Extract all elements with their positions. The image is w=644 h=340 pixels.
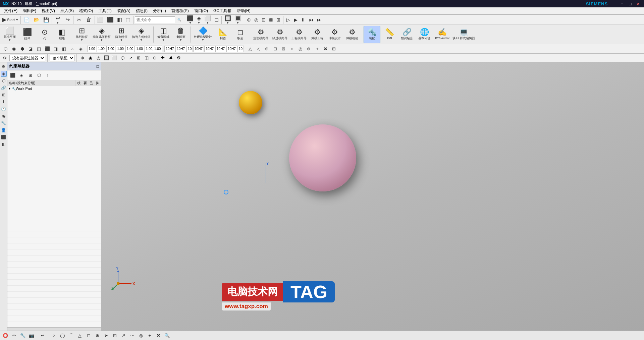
r4-btn-3[interactable]: ◎: [95, 55, 102, 61]
tb-btn-d[interactable]: ◫: [124, 16, 132, 23]
r3-btn-4[interactable]: ◪: [26, 45, 35, 53]
r3-btn-14[interactable]: ⊡: [271, 45, 279, 53]
menu-item-info[interactable]: 信息(I): [133, 7, 150, 14]
waiguan-btn[interactable]: 🔷 外观造型设计 ▼: [192, 26, 214, 43]
menu-item-view[interactable]: 视图(V): [39, 7, 58, 14]
menu-item-file[interactable]: 文件(E): [1, 7, 20, 14]
nav-maximize-icon[interactable]: □: [97, 64, 99, 69]
r3-btn-19[interactable]: +: [313, 45, 321, 53]
tol-field-6[interactable]: 10H7: [215, 46, 226, 52]
side-icon-11[interactable]: ⬛: [1, 134, 7, 140]
val-field-4[interactable]: 1.00: [116, 46, 125, 52]
r4-btn-5[interactable]: ⬜: [111, 55, 118, 61]
r3-btn-18[interactable]: ⊛: [305, 45, 313, 53]
zhitu-btn[interactable]: 📐 制图: [214, 26, 231, 43]
app-minimize-btn[interactable]: －: [619, 1, 626, 7]
chongmo2-btn[interactable]: ⚙ 冲模设计: [326, 26, 343, 43]
zhirong-btn[interactable]: 🔗 知识融合: [398, 26, 415, 43]
r3-btn-11[interactable]: △: [246, 45, 254, 53]
view-btn1[interactable]: ⬛▼: [185, 14, 195, 25]
gongcheng-btn[interactable]: ⚙ 工程模向导: [290, 26, 308, 43]
tol-field-3[interactable]: 10: [186, 46, 193, 52]
r3-btn-3[interactable]: ⬢: [18, 45, 26, 53]
menu-item-assembly[interactable]: 装配(A): [114, 7, 133, 14]
bb-btn-3[interactable]: 🔧: [19, 332, 27, 340]
filter-select[interactable]: 没有选择过滤器 选择对象 选择面 选择边: [9, 55, 45, 61]
val-field-7[interactable]: 1.00, 1.00: [145, 46, 162, 52]
r4-btn-11[interactable]: ✚: [159, 55, 166, 61]
jiben-btn[interactable]: 🌐 基本环境: [416, 26, 433, 43]
ui-editor-btn[interactable]: 💻 块 UI 样式编辑器: [452, 26, 475, 43]
bb-btn-7[interactable]: ◯: [58, 332, 66, 340]
zhuangpei-btn[interactable]: 🔩 装配: [364, 26, 380, 43]
tol-field-7[interactable]: 10H7: [226, 46, 237, 52]
view-btn2[interactable]: ◈▼: [196, 14, 202, 25]
bb-btn-2[interactable]: ✏: [10, 332, 18, 340]
r4-btn-10[interactable]: ⊙: [151, 55, 158, 61]
delete-btn[interactable]: 🗑: [84, 16, 94, 24]
jichu-btn[interactable]: ⚙ 级进模向导: [271, 26, 289, 43]
tb-btn-a[interactable]: ⬜: [96, 16, 105, 23]
undo-btn[interactable]: ↩▼: [53, 14, 62, 25]
r3-btn-10[interactable]: ◈: [77, 45, 85, 53]
open-btn[interactable]: 📂: [32, 16, 41, 24]
r3-btn-16[interactable]: ○: [288, 45, 296, 53]
r4-btn-6[interactable]: ⬡: [119, 55, 126, 61]
snap-btn3[interactable]: ⊡: [260, 16, 267, 23]
snap-btn5[interactable]: ⊞: [275, 16, 282, 23]
side-icon-settings[interactable]: ⚙: [1, 64, 7, 70]
obj-btn3[interactable]: ⏸: [300, 16, 307, 23]
r4-btn-13[interactable]: ⚙: [175, 55, 182, 61]
tol-field-8[interactable]: 10: [237, 46, 244, 52]
nav-tb-btn-4[interactable]: ⬡: [35, 71, 43, 79]
r3-btn-21[interactable]: ⊞: [330, 45, 338, 53]
bb-btn-11[interactable]: ⊕: [93, 332, 101, 340]
tol-field-4[interactable]: 10H7: [193, 46, 204, 52]
snap-btn4[interactable]: ⊠: [268, 16, 274, 23]
side-icon-4[interactable]: 🔗: [1, 85, 7, 91]
bb-btn-9[interactable]: △: [76, 332, 84, 340]
r3-btn-13[interactable]: ⊕: [263, 45, 271, 53]
pts-btn[interactable]: ✍ PTS Author: [433, 26, 451, 43]
side-icon-12[interactable]: ◧: [1, 141, 7, 147]
r3-btn-7[interactable]: ◨: [52, 45, 60, 53]
tb-btn-c[interactable]: ◧: [116, 16, 123, 23]
kong-btn[interactable]: ⊙ 孔: [36, 26, 53, 43]
shanchu-btn[interactable]: 🗑 删除面 ▼: [172, 26, 189, 43]
search-btn[interactable]: 🔍: [176, 17, 182, 22]
bb-btn-10[interactable]: ◻: [85, 332, 93, 340]
view-btn3[interactable]: ⬜▼: [203, 14, 212, 25]
menu-item-insert[interactable]: 插入(S): [58, 7, 76, 14]
r3-btn-5[interactable]: ◫: [35, 45, 43, 53]
r4-btn-2[interactable]: ◉: [87, 55, 94, 61]
tol-field-5[interactable]: 10H7: [204, 46, 215, 52]
r4-btn-7[interactable]: ↗: [127, 55, 134, 61]
menu-item-help[interactable]: 帮助(H): [234, 7, 253, 14]
obj-btn1[interactable]: ▷: [285, 16, 291, 23]
chongmo1-btn[interactable]: ⚙ 冲模工程: [309, 26, 326, 43]
r3-btn-15[interactable]: ⊠: [280, 45, 288, 53]
tuoban-btn[interactable]: ◧ 脱板: [54, 26, 70, 43]
nav-item-workpart[interactable]: ▼ 🔧 Work Part: [7, 86, 101, 91]
menu-item-edit[interactable]: 编辑(E): [20, 7, 39, 14]
save-btn[interactable]: 💾: [41, 16, 51, 24]
side-icon-3[interactable]: ⬡: [1, 78, 7, 84]
r4-btn-9[interactable]: ◫: [143, 55, 150, 61]
bb-btn-12[interactable]: ➤: [102, 332, 110, 340]
menu-item-analysis[interactable]: 分析(L): [150, 7, 169, 14]
obj-btn4[interactable]: ⏮: [308, 16, 315, 23]
val-field-1[interactable]: 1.00: [87, 46, 96, 52]
render-btn1[interactable]: 🔲▼: [223, 14, 232, 25]
zhenlie3-btn[interactable]: ◈ 阵列几何特征 ▼: [130, 26, 152, 43]
val-field-3[interactable]: 1.00: [106, 46, 115, 52]
bb-btn-18[interactable]: ✖: [154, 332, 162, 340]
new-btn[interactable]: 📄: [22, 16, 31, 24]
viewport[interactable]: Y X Y Z 电脑技术网: [101, 62, 644, 331]
bb-btn-6[interactable]: ○: [50, 332, 58, 340]
bb-btn-13[interactable]: ⊡: [111, 332, 119, 340]
zhujian-btn[interactable]: ⚙ 注塑模向导: [252, 26, 270, 43]
r4-btn-12[interactable]: ✖: [167, 55, 174, 61]
nav-tb-btn-1[interactable]: ⬛: [9, 71, 17, 79]
bb-btn-17[interactable]: +: [146, 332, 154, 340]
side-icon-8[interactable]: ◉: [1, 113, 7, 119]
